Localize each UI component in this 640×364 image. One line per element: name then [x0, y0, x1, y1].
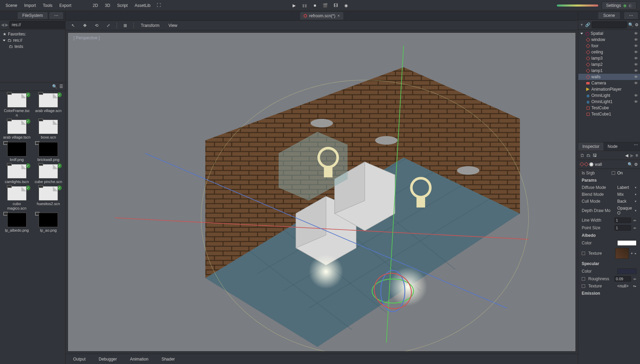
crumb-mesh-icon[interactable]: [584, 162, 589, 166]
visibility-icon[interactable]: 👁: [634, 75, 638, 79]
file-item[interactable]: brickwall.png: [34, 142, 63, 162]
file-item[interactable]: lp_albedo.png: [2, 213, 32, 233]
reset-icon[interactable]: [582, 277, 585, 281]
scene-node-spatial[interactable]: ◯Spatial👁: [578, 30, 640, 37]
pause-icon[interactable]: ▮▮: [300, 1, 309, 10]
rotate-tool-icon[interactable]: ⟲: [92, 21, 101, 30]
file-item[interactable]: ✓arab village.scn: [34, 93, 63, 118]
dock-menu-icon[interactable]: ⋯: [634, 142, 638, 147]
output-tab[interactable]: Output: [70, 355, 89, 364]
scene-node-testcube1[interactable]: TestCube1: [578, 111, 640, 117]
filesystem-tab[interactable]: FileSystem: [18, 12, 48, 19]
scene-node-testcube[interactable]: TestCube: [578, 105, 640, 111]
point-size-input[interactable]: [614, 225, 631, 231]
file-item[interactable]: ✓cube pinche.scn: [34, 164, 63, 184]
load-resource-icon[interactable]: 🗀: [587, 153, 591, 158]
debugger-tab[interactable]: Debugger: [95, 355, 120, 364]
nav-fwd-icon[interactable]: ▶: [5, 21, 8, 29]
menu-export[interactable]: Export: [56, 1, 75, 10]
search-icon[interactable]: 🔍: [628, 22, 633, 27]
visibility-icon[interactable]: 👁: [634, 100, 638, 104]
scene-filter-input[interactable]: [592, 21, 627, 28]
visibility-icon[interactable]: 👁: [634, 93, 638, 98]
path-input[interactable]: [9, 21, 66, 29]
diffuse-mode-dropdown[interactable]: Labert▾: [617, 185, 637, 190]
scene-node-foor[interactable]: foor👁: [578, 43, 640, 49]
scene-node-walls[interactable]: walls👁: [578, 74, 640, 80]
select-tool-icon[interactable]: ↖: [68, 21, 78, 30]
menu-tools[interactable]: Tools: [39, 1, 56, 10]
checkbox-icon[interactable]: [612, 171, 615, 175]
roughness-input[interactable]: [614, 276, 631, 282]
texture-expand-icon[interactable]: ▸: [635, 252, 637, 255]
save-resource-icon[interactable]: 🖫: [593, 153, 597, 158]
visibility-icon[interactable]: 👁: [634, 31, 638, 36]
play-icon[interactable]: ▶: [289, 1, 299, 10]
visibility-icon[interactable]: 👁: [634, 62, 638, 67]
folder-tests[interactable]: 🗀 tests: [2, 43, 63, 50]
settings-button[interactable]: Settings ◉ ◐: [602, 1, 637, 10]
scene-node-omnilight[interactable]: ◍OmniLight👁: [578, 92, 640, 99]
stop-icon[interactable]: ■: [310, 1, 320, 10]
root-row[interactable]: 🗀 res://: [2, 37, 63, 43]
albedo-texture-thumb[interactable]: [615, 248, 629, 259]
scene-node-lamp1[interactable]: lamp1👁: [578, 68, 640, 74]
open-scene-tab[interactable]: refroom.scn(*) ×: [300, 12, 343, 20]
file-item[interactable]: ✓camlights.tscn: [2, 164, 32, 184]
history-back-icon[interactable]: ◀: [625, 153, 628, 158]
settings-icon[interactable]: ⚙: [634, 162, 638, 167]
visibility-icon[interactable]: 👁: [634, 38, 638, 42]
specular-color-swatch[interactable]: [617, 269, 637, 274]
menu-scene[interactable]: Scene: [2, 1, 21, 10]
mode-script[interactable]: Script: [114, 1, 131, 10]
play-custom-icon[interactable]: 🎞: [331, 1, 341, 10]
scene-dock-tab[interactable]: Scene: [598, 12, 620, 19]
new-resource-icon[interactable]: 🗋: [580, 153, 584, 158]
script-icon[interactable]: ⚙: [635, 22, 639, 27]
scene-node-lamp2[interactable]: lamp2👁: [578, 61, 640, 68]
texture-menu-icon[interactable]: ▾: [631, 252, 633, 255]
perspective-label[interactable]: [ Perspective ]: [73, 36, 100, 40]
add-node-icon[interactable]: ＋: [580, 22, 584, 28]
file-item[interactable]: boxe.scn: [34, 120, 63, 140]
expand-icon[interactable]: [580, 33, 583, 34]
depth-draw-dropdown[interactable]: Opaque O▾: [617, 206, 637, 215]
scene-node-camera[interactable]: Camera👁: [578, 80, 640, 86]
file-item[interactable]: ✓cubo magico.scn: [2, 186, 32, 211]
snap-icon[interactable]: ⊞: [120, 21, 130, 30]
search-icon[interactable]: 🔍: [52, 84, 57, 89]
favorites-row[interactable]: ★ Favorites:: [2, 31, 63, 37]
visibility-icon[interactable]: 👁: [634, 44, 638, 48]
distraction-free-icon[interactable]: ⛶: [154, 1, 164, 9]
close-tab-icon[interactable]: ×: [337, 13, 340, 18]
scene-node-ceiling[interactable]: ceiling👁: [578, 49, 640, 55]
crumb-mesh-icon[interactable]: [580, 162, 584, 166]
view-mode-icon[interactable]: ☰: [59, 84, 63, 89]
visibility-icon[interactable]: 👁: [634, 56, 638, 60]
node-tab[interactable]: Node: [603, 142, 622, 151]
scene-node-window[interactable]: window👁: [578, 37, 640, 43]
nav-back-icon[interactable]: ◀: [1, 21, 4, 29]
albedo-color-swatch[interactable]: [617, 240, 637, 246]
file-item[interactable]: ✓huesitos2.scn: [34, 186, 63, 211]
mode-assetlib[interactable]: AssetLib: [131, 1, 154, 10]
line-width-input[interactable]: [614, 218, 631, 223]
visibility-icon[interactable]: 👁: [634, 50, 638, 54]
file-item[interactable]: lp_ao.png: [34, 213, 63, 233]
transform-menu[interactable]: Transform: [137, 21, 163, 30]
file-item[interactable]: brdf.png: [2, 142, 32, 162]
file-item[interactable]: ✓arab village.tscn: [2, 120, 32, 140]
file-item[interactable]: ✓ColorFrame.tscn: [2, 93, 32, 118]
3d-viewport[interactable]: [ Perspective ]: [68, 32, 576, 352]
mode-2d[interactable]: 2D: [89, 1, 101, 10]
scale-tool-icon[interactable]: ⤢: [104, 21, 113, 30]
search-icon[interactable]: 🔍: [628, 162, 633, 167]
expand-icon[interactable]: [3, 40, 6, 41]
mode-3d[interactable]: 3D: [101, 1, 114, 10]
cull-mode-dropdown[interactable]: Back▾: [617, 199, 637, 204]
link-icon[interactable]: 🔗: [585, 22, 590, 27]
specular-texture-dropdown[interactable]: <null>▾▸: [617, 284, 637, 289]
reset-icon[interactable]: [582, 284, 585, 288]
prop-is-srgb-value[interactable]: On: [617, 171, 637, 175]
blend-mode-dropdown[interactable]: Mix▾: [617, 192, 637, 197]
